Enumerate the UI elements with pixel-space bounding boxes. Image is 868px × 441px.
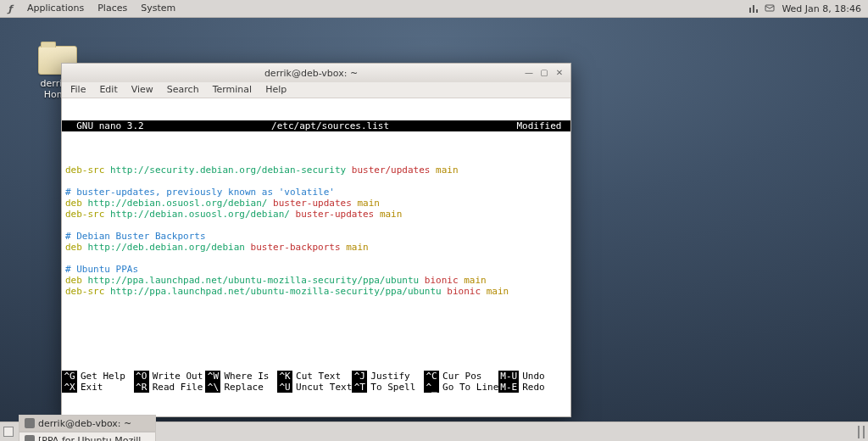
window-minimize-button[interactable]: — — [523, 67, 535, 79]
terminal-menu-edit[interactable]: Edit — [92, 82, 124, 98]
nano-shortcut: ^XExit — [62, 382, 134, 393]
window-title: derrik@deb-vbox: ~ — [103, 68, 520, 79]
browser-icon — [25, 435, 35, 441]
panel-clock[interactable]: Wed Jan 8, 18:46 — [778, 3, 865, 14]
nano-shortcut: ^_Go To Line — [424, 382, 498, 393]
nano-version: GNU nano 3.2 — [65, 120, 144, 131]
top-panel: ƒ ApplicationsPlacesSystem Wed Jan 8, 18… — [0, 0, 868, 18]
editor-line — [65, 253, 567, 264]
editor-line: # Ubuntu PPAs — [65, 264, 567, 275]
nano-shortcut: M-UUndo — [498, 371, 570, 382]
window-close-button[interactable]: ✕ — [554, 67, 565, 79]
editor-line: # Debian Buster Backports — [65, 231, 567, 242]
editor-line: deb http://ppa.launchpad.net/ubuntu-mozi… — [65, 275, 567, 286]
nano-shortcut: ^KCut Text — [277, 371, 352, 382]
terminal-menu-search[interactable]: Search — [160, 82, 206, 98]
editor-line: deb-src http://ppa.launchpad.net/ubuntu-… — [65, 286, 567, 297]
nano-shortcut: ^UUncut Text — [277, 382, 352, 393]
nano-shortcut: ^RRead File — [134, 382, 206, 393]
editor-line — [65, 154, 567, 165]
terminal-icon — [25, 418, 35, 428]
terminal-menu-help[interactable]: Help — [259, 82, 293, 98]
nano-header: GNU nano 3.2 /etc/apt/sources.list Modif… — [62, 120, 570, 131]
taskbar-label: [PPA for Ubuntu Mozill… — [38, 435, 150, 442]
bottom-panel: derrik@deb-vbox: ~[PPA for Ubuntu Mozill… — [0, 421, 868, 441]
workspace-switcher — [854, 427, 865, 438]
taskbar-label: derrik@deb-vbox: ~ — [38, 418, 131, 429]
system-tray — [748, 3, 778, 14]
editor-line: # buster-updates, previously known as 'v… — [65, 187, 567, 198]
nano-shortcut: ^JJustify — [352, 371, 424, 382]
gnome-foot-icon: ƒ — [3, 2, 17, 15]
terminal-menu-view[interactable]: View — [125, 82, 160, 98]
nano-shortcut: ^TTo Spell — [352, 382, 424, 393]
nano-shortcut-bar: ^GGet Help^OWrite Out^WWhere Is^KCut Tex… — [62, 371, 570, 394]
panel-menu-applications[interactable]: Applications — [20, 3, 91, 14]
window-titlebar[interactable]: derrik@deb-vbox: ~ — ▢ ✕ — [62, 64, 570, 82]
nano-shortcut: M-ERedo — [498, 382, 570, 393]
terminal-menu-file[interactable]: File — [64, 82, 92, 98]
nano-filename: /etc/apt/sources.list — [144, 120, 517, 131]
nano-shortcut: ^GGet Help — [62, 371, 134, 382]
terminal-menubar: FileEditViewSearchTerminalHelp — [62, 82, 570, 98]
nano-shortcut: ^CCur Pos — [424, 371, 498, 382]
show-desktop-button[interactable] — [3, 427, 14, 437]
editor-line — [65, 220, 567, 231]
editor-line: deb http://deb.debian.org/debian buster-… — [65, 242, 567, 253]
workspace-1[interactable] — [858, 426, 860, 438]
terminal-menu-terminal[interactable]: Terminal — [206, 82, 259, 98]
taskbar-entry[interactable]: [PPA for Ubuntu Mozill… — [19, 432, 156, 441]
editor-line — [65, 176, 567, 187]
workspace-2[interactable] — [863, 426, 865, 438]
nano-shortcut: ^\Replace — [205, 382, 277, 393]
terminal-window: derrik@deb-vbox: ~ — ▢ ✕ FileEditViewSea… — [61, 63, 571, 417]
window-maximize-button[interactable]: ▢ — [538, 67, 550, 79]
network-icon[interactable] — [748, 3, 760, 14]
editor-line: deb-src http://security.debian.org/debia… — [65, 165, 567, 176]
panel-menu-system[interactable]: System — [134, 3, 182, 14]
nano-shortcut: ^OWrite Out — [134, 371, 206, 382]
editor-line: deb-src http://debian.osuosl.org/debian/… — [65, 209, 567, 220]
notification-icon[interactable] — [765, 3, 775, 14]
editor-line: deb http://debian.osuosl.org/debian/ bus… — [65, 198, 567, 209]
taskbar-entry[interactable]: derrik@deb-vbox: ~ — [19, 415, 156, 432]
terminal-canvas[interactable]: GNU nano 3.2 /etc/apt/sources.list Modif… — [62, 98, 570, 416]
panel-menu-places[interactable]: Places — [91, 3, 134, 14]
nano-shortcut: ^WWhere Is — [205, 371, 277, 382]
nano-modified-flag: Modified — [516, 120, 567, 131]
nano-editor-body[interactable]: deb-src http://security.debian.org/debia… — [62, 154, 570, 349]
